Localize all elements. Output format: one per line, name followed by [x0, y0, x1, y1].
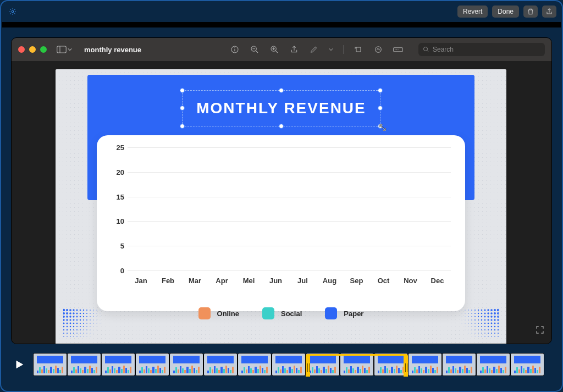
- resize-handle-tm[interactable]: [279, 88, 284, 93]
- timeline-thumb[interactable]: [340, 353, 374, 376]
- svg-line-20: [427, 51, 429, 52]
- pen-icon: [310, 45, 318, 54]
- revert-button[interactable]: Revert: [457, 5, 488, 18]
- svg-point-43: [66, 312, 68, 314]
- timeline-thumbnails[interactable]: [33, 352, 552, 377]
- timeline-thumb[interactable]: [67, 353, 101, 376]
- minimize-window-icon[interactable]: [29, 46, 36, 53]
- timeline-thumb[interactable]: [33, 353, 67, 376]
- timeline-thumb[interactable]: [306, 353, 340, 376]
- svg-point-117: [76, 336, 77, 336]
- svg-point-62: [83, 319, 84, 321]
- zoom-out-button[interactable]: [250, 45, 260, 54]
- resize-handle-bm[interactable]: [279, 124, 284, 129]
- svg-point-34: [97, 313, 97, 314]
- legend-swatch: [325, 307, 337, 319]
- info-button[interactable]: [230, 45, 240, 54]
- done-button[interactable]: Done: [492, 5, 519, 18]
- maximize-window-icon[interactable]: [40, 46, 47, 53]
- enter-fullscreen-button[interactable]: [535, 325, 545, 337]
- title-selection-box[interactable]: MONTHLY REVENUE: [182, 90, 380, 126]
- search-input[interactable]: [433, 46, 540, 53]
- svg-point-78: [70, 323, 71, 324]
- share-tool-button[interactable]: [289, 45, 299, 54]
- resize-handle-ml[interactable]: [180, 106, 185, 111]
- svg-point-153: [484, 316, 486, 318]
- svg-point-35: [93, 313, 93, 313]
- svg-point-195: [471, 329, 472, 330]
- svg-point-127: [478, 310, 479, 311]
- timeline-thumb[interactable]: [408, 353, 442, 376]
- timeline-thumb[interactable]: [374, 353, 408, 376]
- svg-point-222: [498, 336, 499, 337]
- search-field[interactable]: [418, 43, 545, 56]
- markup-pen-button[interactable]: [309, 45, 319, 54]
- svg-point-188: [484, 326, 485, 327]
- timeline-thumb[interactable]: [272, 353, 306, 376]
- timeline-thumb[interactable]: [476, 353, 510, 376]
- svg-point-93: [93, 330, 94, 330]
- svg-point-119: [70, 336, 71, 337]
- settings-gear-icon[interactable]: [9, 8, 16, 15]
- video-timeline[interactable]: [11, 350, 552, 379]
- timeline-thumb[interactable]: [169, 353, 203, 376]
- timeline-thumb[interactable]: [510, 353, 544, 376]
- x-label: Feb: [154, 277, 181, 285]
- svg-point-205: [472, 333, 472, 334]
- close-window-icon[interactable]: [18, 46, 25, 53]
- svg-point-16: [395, 49, 395, 50]
- svg-point-63: [80, 319, 81, 321]
- delete-button[interactable]: [523, 5, 538, 18]
- share-button[interactable]: [542, 5, 556, 18]
- svg-point-221: [494, 336, 495, 337]
- svg-point-172: [468, 323, 468, 323]
- markup-toggle-button[interactable]: [373, 45, 383, 54]
- resize-handle-tl[interactable]: [180, 88, 185, 93]
- svg-point-14: [376, 47, 382, 53]
- resize-handle-tr[interactable]: [378, 88, 383, 93]
- svg-point-97: [80, 329, 81, 330]
- sidebar-toggle-button[interactable]: [57, 46, 72, 53]
- trash-icon: [527, 8, 534, 15]
- svg-point-189: [488, 326, 489, 327]
- chevron-down-icon[interactable]: [329, 47, 333, 52]
- document-canvas[interactable]: 0510152025 JanFebMarAprMeiJunJulAugSepOc…: [12, 61, 551, 344]
- svg-point-142: [487, 312, 489, 314]
- svg-point-162: [474, 319, 476, 321]
- svg-point-120: [67, 336, 68, 337]
- svg-point-98: [76, 329, 78, 330]
- svg-point-83: [90, 326, 90, 327]
- crop-rotate-button[interactable]: [354, 45, 363, 54]
- legend-swatch: [262, 307, 274, 319]
- resize-handle-bl[interactable]: [180, 124, 185, 129]
- svg-point-104: [90, 333, 91, 334]
- timeline-thumb[interactable]: [101, 353, 135, 376]
- timeline-thumb[interactable]: [135, 353, 169, 376]
- timeline-thumb[interactable]: [238, 353, 272, 376]
- resize-handle-mr[interactable]: [378, 106, 383, 111]
- svg-point-77: [73, 323, 75, 324]
- play-button[interactable]: [11, 356, 27, 373]
- svg-point-74: [83, 323, 84, 324]
- svg-point-30: [69, 309, 71, 311]
- redact-button[interactable]: [393, 45, 403, 54]
- svg-point-217: [481, 336, 482, 336]
- svg-point-168: [494, 319, 495, 321]
- svg-point-133: [497, 309, 499, 311]
- svg-point-138: [474, 313, 476, 314]
- svg-point-123: [465, 310, 465, 310]
- zoom-in-button[interactable]: [269, 45, 279, 54]
- svg-point-171: [465, 323, 466, 324]
- svg-point-218: [484, 336, 485, 336]
- svg-point-49: [86, 316, 87, 317]
- timeline-thumb[interactable]: [442, 353, 476, 376]
- timeline-thumb[interactable]: [203, 353, 238, 376]
- document-title: monthly revenue: [84, 46, 141, 54]
- svg-point-48: [90, 316, 91, 317]
- x-label: Apr: [208, 277, 235, 285]
- svg-point-60: [90, 319, 91, 321]
- chart-title-text[interactable]: MONTHLY REVENUE: [183, 100, 380, 117]
- svg-point-124: [468, 310, 468, 310]
- svg-point-23: [93, 310, 93, 310]
- svg-line-7: [256, 51, 258, 53]
